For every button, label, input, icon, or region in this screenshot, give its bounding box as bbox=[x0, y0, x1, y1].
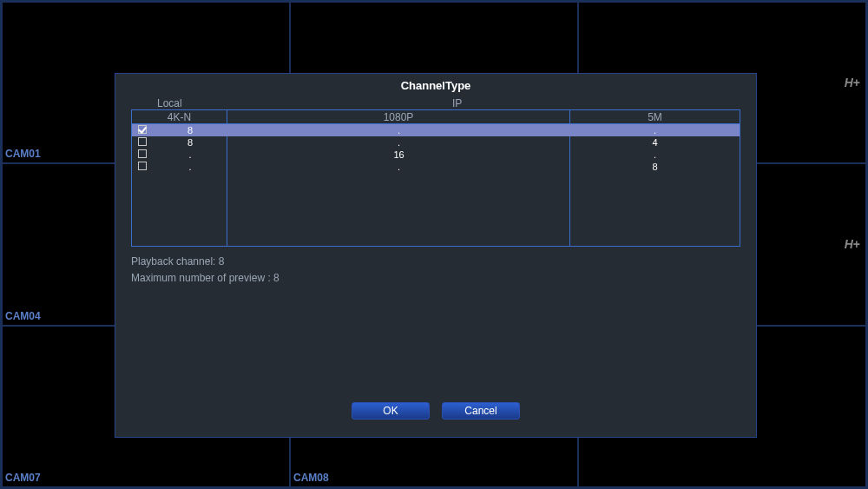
section-header: Local IP bbox=[131, 97, 740, 109]
table-body: 8 . . 8 . 4 . 16 . . bbox=[132, 124, 740, 246]
col-5m: 5M bbox=[570, 110, 740, 123]
ok-button[interactable]: OK bbox=[352, 402, 430, 420]
signal-icon: H+ bbox=[845, 76, 860, 89]
info-block: Playback channel: 8 Maximum number of pr… bbox=[131, 254, 740, 287]
cell-label: CAM01 bbox=[5, 148, 41, 160]
row-5m: 8 bbox=[570, 162, 740, 172]
cell-label: CAM04 bbox=[5, 310, 41, 322]
channel-type-dialog: ChannelType Local IP 4K-N 1080P 5M 8 . . bbox=[115, 73, 757, 438]
row-1080p: . bbox=[227, 162, 570, 172]
row-4kn: 8 bbox=[153, 125, 227, 135]
row-1080p: . bbox=[227, 125, 570, 135]
preview-info: Maximum number of preview : 8 bbox=[131, 270, 740, 287]
signal-icon: H+ bbox=[845, 237, 860, 251]
row-4kn: . bbox=[153, 149, 227, 160]
cell-label: CAM08 bbox=[293, 472, 329, 484]
playback-info: Playback channel: 8 bbox=[131, 254, 740, 270]
row-checkbox-icon[interactable] bbox=[138, 162, 147, 170]
row-checkbox-icon[interactable] bbox=[138, 149, 147, 158]
table-header-row: 4K-N 1080P 5M bbox=[132, 110, 740, 124]
table-row[interactable]: 8 . . bbox=[132, 124, 740, 136]
row-4kn: 8 bbox=[153, 137, 227, 148]
col-4kn: 4K-N bbox=[132, 110, 227, 123]
row-1080p: 16 bbox=[227, 149, 570, 160]
cell-label: CAM07 bbox=[5, 472, 41, 484]
col-1080p: 1080P bbox=[227, 110, 570, 123]
dialog-title: ChannelType bbox=[115, 74, 756, 97]
table-row[interactable]: . . 8 bbox=[132, 161, 740, 173]
channel-table: 4K-N 1080P 5M 8 . . 8 . 4 bbox=[131, 109, 740, 247]
section-ip-label: IP bbox=[452, 97, 740, 109]
table-row[interactable]: . 16 . bbox=[132, 149, 740, 161]
row-5m: . bbox=[570, 125, 740, 135]
row-checkbox-icon[interactable] bbox=[138, 137, 147, 146]
row-5m: 4 bbox=[570, 137, 740, 148]
section-local-label: Local bbox=[157, 97, 452, 109]
row-5m: . bbox=[570, 149, 740, 160]
row-checkbox-icon[interactable] bbox=[138, 125, 147, 134]
cancel-button[interactable]: Cancel bbox=[442, 402, 520, 420]
row-1080p: . bbox=[227, 137, 570, 148]
row-4kn: . bbox=[153, 162, 227, 172]
dialog-buttons: OK Cancel bbox=[115, 402, 756, 420]
table-row[interactable]: 8 . 4 bbox=[132, 136, 740, 149]
